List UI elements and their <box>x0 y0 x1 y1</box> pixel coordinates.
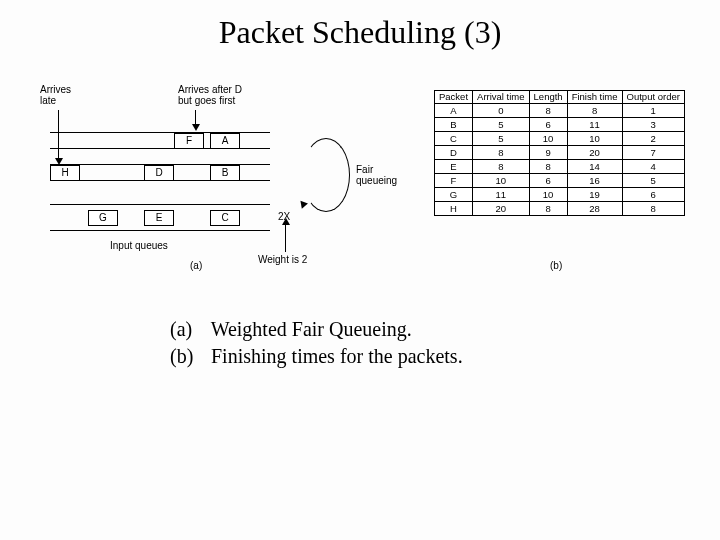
table-row: G1110196 <box>435 187 685 201</box>
arrow-head-icon <box>282 218 290 225</box>
table-cell: 5 <box>473 117 530 131</box>
caption-a-label: (a) <box>170 318 206 341</box>
table-cell: 20 <box>567 145 622 159</box>
table-cell: 10 <box>567 131 622 145</box>
table-cell: B <box>435 117 473 131</box>
packet-box: C <box>210 210 240 226</box>
finish-time-table: Packet Arrival time Length Finish time O… <box>434 90 685 216</box>
th-output: Output order <box>622 91 684 104</box>
table-cell: G <box>435 187 473 201</box>
packet-box: E <box>144 210 174 226</box>
caption-block: (a) Weighted Fair Queueing. (b) Finishin… <box>170 318 463 372</box>
arrow-weight <box>285 224 286 252</box>
table-cell: C <box>435 131 473 145</box>
table-cell: 8 <box>529 103 567 117</box>
table-row: B56113 <box>435 117 685 131</box>
table-header-row: Packet Arrival time Length Finish time O… <box>435 91 685 104</box>
table-cell: 8 <box>622 201 684 215</box>
table-cell: 16 <box>567 173 622 187</box>
table-cell: 10 <box>473 173 530 187</box>
caption-b-label: (b) <box>170 345 206 368</box>
table-cell: 6 <box>529 173 567 187</box>
table-cell: E <box>435 159 473 173</box>
table-row: A0881 <box>435 103 685 117</box>
figure-b-sublabel: (b) <box>550 260 562 271</box>
table-row: E88144 <box>435 159 685 173</box>
table-cell: 11 <box>567 117 622 131</box>
table-cell: 5 <box>622 173 684 187</box>
th-length: Length <box>529 91 567 104</box>
packet-box: A <box>210 133 240 149</box>
table-cell: 8 <box>529 159 567 173</box>
table-cell: 19 <box>567 187 622 201</box>
table-cell: 8 <box>473 145 530 159</box>
page-title: Packet Scheduling (3) <box>0 14 720 51</box>
label-input-queues: Input queues <box>110 240 168 251</box>
table-cell: 20 <box>473 201 530 215</box>
table-row: C510102 <box>435 131 685 145</box>
label-weight-is-2: Weight is 2 <box>258 254 307 265</box>
arrow-arrives-after-d <box>195 110 196 124</box>
table-cell: 28 <box>567 201 622 215</box>
table-cell: 8 <box>529 201 567 215</box>
table-row: F106165 <box>435 173 685 187</box>
th-arrival: Arrival time <box>473 91 530 104</box>
table-cell: 5 <box>473 131 530 145</box>
label-arrives-after-d: Arrives after D but goes first <box>178 84 242 106</box>
table-cell: 8 <box>567 103 622 117</box>
arrow-arrives-late <box>58 110 59 158</box>
table-cell: 6 <box>529 117 567 131</box>
packet-box: F <box>174 133 204 149</box>
table-cell: 10 <box>529 187 567 201</box>
table-cell: 6 <box>622 187 684 201</box>
circular-arrow-icon <box>302 138 350 212</box>
figure-a-sublabel: (a) <box>190 260 202 271</box>
table-cell: 10 <box>529 131 567 145</box>
table-cell: 1 <box>622 103 684 117</box>
table-cell: 3 <box>622 117 684 131</box>
caption-a-text: Weighted Fair Queueing. <box>211 318 412 340</box>
th-finish: Finish time <box>567 91 622 104</box>
table-cell: 0 <box>473 103 530 117</box>
label-fair-queueing: Fair queueing <box>356 164 397 186</box>
packet-box: G <box>88 210 118 226</box>
packet-box: H <box>50 165 80 181</box>
packet-box: B <box>210 165 240 181</box>
table-cell: 8 <box>473 159 530 173</box>
th-packet: Packet <box>435 91 473 104</box>
table-cell: 14 <box>567 159 622 173</box>
table-cell: A <box>435 103 473 117</box>
table-cell: 11 <box>473 187 530 201</box>
table-row: D89207 <box>435 145 685 159</box>
table-cell: 7 <box>622 145 684 159</box>
table-cell: D <box>435 145 473 159</box>
arrow-head-icon <box>192 124 200 131</box>
table-cell: 2 <box>622 131 684 145</box>
label-arrives-late: Arrives late <box>40 84 71 106</box>
table-cell: 9 <box>529 145 567 159</box>
table-row: H208288 <box>435 201 685 215</box>
arrow-head-icon <box>298 201 308 210</box>
packet-box: D <box>144 165 174 181</box>
table-cell: H <box>435 201 473 215</box>
table-cell: F <box>435 173 473 187</box>
table-cell: 4 <box>622 159 684 173</box>
caption-b-text: Finishing times for the packets. <box>211 345 463 367</box>
